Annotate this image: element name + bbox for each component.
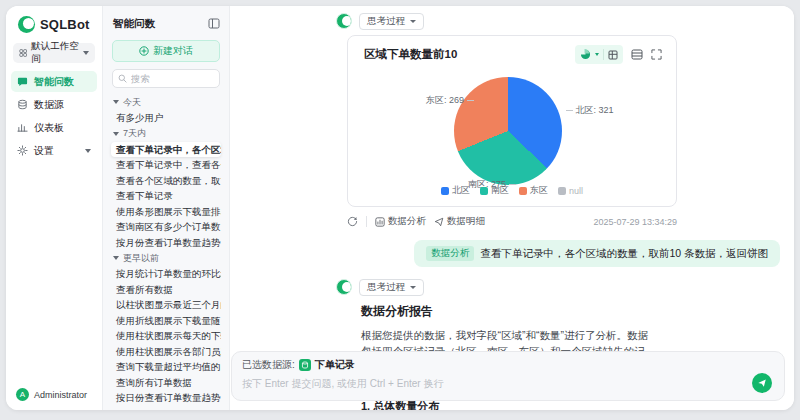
datasource-name: 下单记录: [315, 358, 355, 372]
thinking-process-toggle[interactable]: 思考过程: [359, 279, 424, 296]
history-item[interactable]: 有多少用户: [111, 110, 221, 126]
message-actions: 数据分析 数据明细 2025-07-29 13:34:29: [347, 215, 677, 228]
nav-label: 仪表板: [34, 121, 64, 135]
data-analysis-button[interactable]: 数据分析: [375, 215, 426, 228]
history-group-items: 查看下单记录中，各个区域的数量...查看下单记录中，查看各个区域的...查看各个…: [111, 142, 221, 251]
search-box[interactable]: [112, 69, 220, 88]
history-item[interactable]: 按月统计订单数量的环比增长率: [111, 266, 221, 282]
chart-legend: 北区南区东区null: [348, 184, 676, 197]
collapse-panel-icon[interactable]: [208, 15, 220, 33]
app-title: SQLBot: [40, 17, 90, 32]
legend-item[interactable]: 东区: [519, 184, 548, 197]
assistant-avatar: [336, 279, 352, 295]
legend-item[interactable]: 北区: [441, 184, 470, 197]
datasource-icon: [299, 359, 311, 371]
nav-label: 设置: [34, 144, 54, 158]
new-conversation-button[interactable]: 新建对话: [112, 40, 220, 62]
assistant-avatar: [336, 13, 352, 29]
history-item[interactable]: 按月份查看订单数量趋势，使用折...: [111, 235, 221, 251]
history-item[interactable]: 查询下载量超过平均值的日期: [111, 359, 221, 375]
workspace-icon: [19, 48, 27, 58]
user-message-text: 查看下单记录中，各个区域的数量，取前10 条数据，返回饼图: [480, 247, 768, 261]
user-account[interactable]: A Administrator: [6, 380, 102, 410]
grid-icon[interactable]: [608, 50, 618, 60]
history-group-earlier[interactable]: 更早以前: [111, 250, 221, 266]
history-item[interactable]: 查询南区有多少个订单数: [111, 219, 221, 235]
legend-swatch: [441, 187, 449, 195]
chevron-down-icon: [410, 20, 416, 23]
fullscreen-button[interactable]: [651, 49, 662, 60]
chart-type-switcher[interactable]: [575, 45, 623, 64]
data-detail-button[interactable]: 数据明细: [434, 215, 485, 228]
history-item[interactable]: 查看下单记录: [111, 188, 221, 204]
chevron-down-icon: [410, 286, 416, 289]
history-item[interactable]: 使用折线图展示下载量随日期的变...: [111, 313, 221, 329]
database-icon: [17, 99, 28, 110]
history-item[interactable]: 查询所有订单数据: [111, 375, 221, 391]
analysis-icon: [375, 217, 385, 227]
sidebar-item-dashboard[interactable]: 仪表板: [11, 117, 97, 138]
message-timestamp: 2025-07-29 13:34:29: [593, 217, 677, 227]
nav-label: 智能问数: [34, 75, 74, 89]
selected-datasource: 已选数据源: 下单记录: [242, 358, 774, 372]
divider: [366, 216, 367, 227]
chat-area: 思考过程 区域下单数量前10: [230, 6, 794, 410]
assistant-message-header: 思考过程: [336, 12, 780, 30]
history-item[interactable]: 按日份查看订单数量趋势，使用折...: [111, 390, 221, 406]
input-placeholder[interactable]: 按下 Enter 提交问题, 或使用 Ctrl + Enter 换行: [242, 377, 774, 391]
history-list: 今天 有多少用户 7天内 查看下单记录中，各个区域的数量...查看下单记录中，查…: [103, 90, 229, 410]
group-label: 更早以前: [123, 252, 159, 265]
chevron-down-icon: [83, 51, 89, 55]
table-view-button[interactable]: [631, 49, 643, 60]
send-button[interactable]: [752, 373, 772, 393]
thinking-process-toggle[interactable]: 思考过程: [359, 13, 424, 30]
gear-icon: [17, 145, 28, 156]
history-item[interactable]: 查看下单记录中，各个区域的数量...: [111, 142, 221, 158]
message-list: 思考过程 区域下单数量前10: [230, 6, 794, 410]
group-label: 今天: [123, 96, 141, 109]
avatar: A: [16, 388, 29, 401]
pie-chart-icon: [580, 49, 591, 60]
history-group-7days[interactable]: 7天内: [111, 126, 221, 142]
history-group-today[interactable]: 今天: [111, 94, 221, 110]
search-input[interactable]: [131, 73, 211, 84]
question-input-box[interactable]: 已选数据源: 下单记录 按下 Enter 提交问题, 或使用 Ctrl + En…: [231, 351, 785, 401]
legend-item[interactable]: 南区: [480, 184, 509, 197]
workspace-selector[interactable]: 默认工作空间: [13, 43, 95, 63]
sidebar-item-datasource[interactable]: 数据源: [11, 94, 97, 115]
app-logo: SQLBot: [6, 6, 102, 41]
history-item[interactable]: 使用柱状图展示各部门员工数: [111, 344, 221, 360]
history-item[interactable]: 使用柱状图展示每天的下载量变化: [111, 328, 221, 344]
history-item[interactable]: 以柱状图显示最近三个月的订单量: [111, 297, 221, 313]
nav-label: 数据源: [34, 98, 64, 112]
caret-down-icon: [113, 132, 119, 136]
chart-toolbar: [575, 45, 662, 64]
history-item[interactable]: 使用条形图展示下载量排名前五的日...: [111, 204, 221, 220]
sidebar-nav: 智能问数 数据源 仪表板 设置: [6, 71, 102, 161]
user-message-row: 数据分析 查看下单记录中，各个区域的数量，取前10 条数据，返回饼图: [336, 240, 780, 267]
history-item[interactable]: 查看下单记录中，查看各个区域的...: [111, 157, 221, 173]
history-panel: 智能问数 新建对话 今天 有多少用户 7天内 查看下单记录中，各个区域的数量..…: [103, 6, 230, 410]
thinking-label: 思考过程: [367, 15, 405, 28]
sidebar-item-settings[interactable]: 设置: [11, 140, 97, 161]
caret-down-icon: [113, 100, 119, 104]
sidebar: SQLBot 默认工作空间 智能问数 数据源 仪表板 设置: [6, 6, 103, 410]
pie-label-east: 东区: 269: [426, 94, 474, 107]
history-item[interactable]: 查看各个区域的数量，取前10 条数...: [111, 173, 221, 189]
history-group-items: 按月统计订单数量的环比增长率查看所有数据以柱状图显示最近三个月的订单量使用折线图…: [111, 266, 221, 406]
chart-card: 区域下单数量前10: [347, 35, 677, 207]
caret-down-icon: [113, 256, 119, 260]
legend-item[interactable]: null: [558, 186, 583, 196]
history-item[interactable]: 查看所有数据: [111, 282, 221, 298]
datasource-label: 已选数据源:: [242, 358, 295, 372]
refresh-icon[interactable]: [347, 216, 358, 227]
send-icon: [757, 378, 767, 388]
sidebar-spacer: [6, 161, 102, 380]
history-panel-title: 智能问数: [113, 17, 155, 31]
sidebar-item-smart-qa[interactable]: 智能问数: [11, 71, 97, 92]
bar-chart-icon: [17, 122, 28, 133]
workspace-label: 默认工作空间: [31, 40, 79, 66]
paper-plane-icon: [434, 217, 444, 227]
report-title: 数据分析报告: [361, 303, 780, 320]
fullscreen-icon: [651, 49, 662, 60]
